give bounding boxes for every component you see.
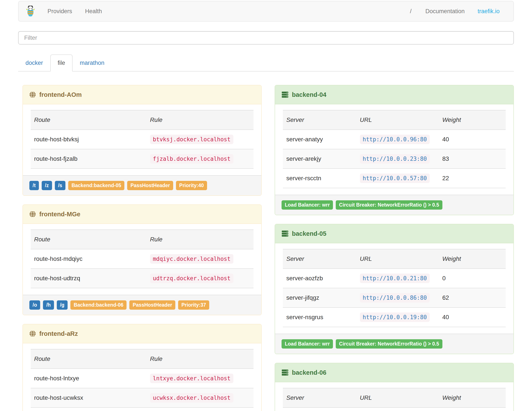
server-row: server-aozfzbhttp://10.0.0.21:800 xyxy=(283,269,506,288)
tab-file[interactable]: file xyxy=(50,54,73,71)
servers-table: ServerURLWeightserver-anatyyhttp://10.0.… xyxy=(283,110,506,188)
load-balancer-badge: Load Balancer: wrr xyxy=(282,339,333,349)
rule-code: mdqiyc.docker.localhost xyxy=(150,254,233,264)
server-url-cell: http://10.0.0.18:80 xyxy=(356,408,439,411)
routes-table: RouteRuleroute-host-btvksjbtvksj.docker.… xyxy=(31,110,254,169)
rule-cell: udtrzq.docker.localhost xyxy=(147,269,254,288)
server-row: server-arekjyhttp://10.0.0.23:8083 xyxy=(283,149,506,168)
panel-title: backend-06 xyxy=(292,369,326,376)
frontend-card-heading: frontend-AOm xyxy=(23,85,261,104)
server-row: server-jifqgzhttp://10.0.0.86:8062 xyxy=(283,288,506,307)
nav-link-providers[interactable]: Providers xyxy=(41,8,79,15)
frontend-card: frontend-AOmRouteRuleroute-host-btvksjbt… xyxy=(22,85,262,196)
backend-card-footer: Load Balancer: wrrCircuit Breaker: Netwo… xyxy=(275,334,513,354)
server-url-cell: http://10.0.0.21:80 xyxy=(356,269,439,288)
route-path-badge: /t xyxy=(29,181,39,190)
frontend-card-heading: frontend-aRz xyxy=(23,324,261,343)
table-header-row: RouteRule xyxy=(31,349,254,369)
backend-card-body: ServerURLWeightserver-opbuophttp://10.0.… xyxy=(275,382,513,411)
circuit-breaker-badge: Circuit Breaker: NetworkErrorRatio () > … xyxy=(336,339,442,349)
nav-link-documentation[interactable]: Documentation xyxy=(419,8,471,15)
frontends-column: frontend-AOmRouteRuleroute-host-btvksjbt… xyxy=(22,85,262,411)
server-name-cell: server-jifqgz xyxy=(283,288,356,307)
nav-link-traefik-io[interactable]: traefik.io xyxy=(471,8,506,15)
server-icon xyxy=(282,230,288,237)
server-url-link[interactable]: http://10.0.0.96:80 xyxy=(360,135,430,144)
routes-table: RouteRuleroute-host-lntxyelntxye.docker.… xyxy=(31,349,254,408)
rule-cell: mdqiyc.docker.localhost xyxy=(147,249,254,269)
column-header: Server xyxy=(283,388,356,408)
server-row: server-nsgrushttp://10.0.0.19:8040 xyxy=(283,307,506,327)
weight-cell: 40 xyxy=(439,307,506,327)
table-header-row: ServerURLWeight xyxy=(283,110,506,130)
server-url-cell: http://10.0.0.86:80 xyxy=(356,288,439,307)
route-path-badge: /z xyxy=(42,181,52,190)
filter-bar xyxy=(18,31,514,45)
servers-table: ServerURLWeightserver-opbuophttp://10.0.… xyxy=(283,388,506,411)
column-header: Rule xyxy=(147,349,254,369)
traefik-dashboard: Providers Health / Documentation traefik… xyxy=(0,0,532,411)
server-url-link[interactable]: http://10.0.0.57:80 xyxy=(360,174,430,183)
server-url-link[interactable]: http://10.0.0.21:80 xyxy=(360,274,430,283)
server-url-link[interactable]: http://10.0.0.23:80 xyxy=(360,154,430,164)
backend-card: backend-04ServerURLWeightserver-anatyyht… xyxy=(275,85,514,215)
rule-cell: ucwksx.docker.localhost xyxy=(147,388,254,408)
frontend-card-body: RouteRuleroute-host-lntxyelntxye.docker.… xyxy=(23,343,261,411)
panel-title: backend-04 xyxy=(292,91,326,98)
globe-icon xyxy=(29,211,36,217)
backend-card-footer: Load Balancer: wrrCircuit Breaker: Netwo… xyxy=(275,195,513,215)
column-header: Rule xyxy=(147,230,254,249)
frontend-card: frontend-aRzRouteRuleroute-host-lntxyeln… xyxy=(22,324,262,411)
column-header: Route xyxy=(31,230,147,249)
nav-link-health[interactable]: Health xyxy=(79,8,108,15)
panel-title: frontend-MGe xyxy=(39,211,80,218)
route-path-badge: /o xyxy=(29,300,40,310)
rule-cell: btvksj.docker.localhost xyxy=(147,130,254,149)
globe-icon xyxy=(29,91,36,98)
panel-title: frontend-AOm xyxy=(39,91,82,98)
backend-card: backend-05ServerURLWeightserver-aozfzbht… xyxy=(275,224,514,354)
nav-separator: / xyxy=(403,8,419,15)
routes-table: RouteRuleroute-host-mdqiycmdqiyc.docker.… xyxy=(31,229,254,288)
rule-code: fjzalb.docker.localhost xyxy=(150,154,233,164)
frontend-card-body: RouteRuleroute-host-mdqiycmdqiyc.docker.… xyxy=(23,224,261,295)
frontend-card: frontend-MGeRouteRuleroute-host-mdqiycmd… xyxy=(22,205,262,315)
column-header: Weight xyxy=(439,388,506,408)
filter-input[interactable] xyxy=(18,31,514,45)
frontend-card-footer: /t/z/sBackend:backend-05PassHostHeaderPr… xyxy=(23,175,261,195)
cards-row: frontend-AOmRouteRuleroute-host-btvksjbt… xyxy=(18,85,514,411)
server-name-cell: server-anatyy xyxy=(283,130,356,149)
server-url-link[interactable]: http://10.0.0.86:80 xyxy=(360,293,430,303)
backend-card-heading: backend-05 xyxy=(275,224,513,243)
servers-table: ServerURLWeightserver-aozfzbhttp://10.0.… xyxy=(283,249,506,327)
frontend-card-heading: frontend-MGe xyxy=(23,205,261,224)
column-header: Weight xyxy=(439,110,506,130)
server-name-cell: server-rscctn xyxy=(283,168,356,188)
frontend-card-footer: /o/h/gBackend:backend-06PassHostHeaderPr… xyxy=(23,295,261,315)
table-header-row: RouteRule xyxy=(31,110,254,130)
column-header: URL xyxy=(356,249,439,269)
backend-card-heading: backend-04 xyxy=(275,85,513,104)
server-icon xyxy=(282,91,288,98)
server-name-cell: server-nsgrus xyxy=(283,307,356,327)
weight-cell: 40 xyxy=(439,130,506,149)
rule-code: lntxye.docker.localhost xyxy=(150,374,233,383)
route-row: route-host-ucwksxucwksx.docker.localhost xyxy=(31,388,254,408)
route-row: route-host-lntxyelntxye.docker.localhost xyxy=(31,369,254,388)
server-url-link[interactable]: http://10.0.0.19:80 xyxy=(360,313,430,322)
server-name-cell: server-arekjy xyxy=(283,149,356,168)
route-name-cell: route-host-btvksj xyxy=(31,130,147,149)
tab-docker[interactable]: docker xyxy=(18,54,50,71)
backend-ref-badge: Backend:backend-06 xyxy=(70,300,126,310)
table-header-row: RouteRule xyxy=(31,230,254,249)
server-url-cell: http://10.0.0.57:80 xyxy=(356,168,439,188)
server-url-cell: http://10.0.0.19:80 xyxy=(356,307,439,327)
backend-card-heading: backend-06 xyxy=(275,363,513,382)
priority-badge: Priority:37 xyxy=(178,300,209,310)
load-balancer-badge: Load Balancer: wrr xyxy=(282,200,333,210)
tab-marathon[interactable]: marathon xyxy=(73,54,112,71)
circuit-breaker-badge: Circuit Breaker: NetworkErrorRatio () > … xyxy=(336,200,442,210)
panel-title: frontend-aRz xyxy=(39,330,78,337)
rule-cell: lntxye.docker.localhost xyxy=(147,369,254,388)
route-row: route-host-mdqiycmdqiyc.docker.localhost xyxy=(31,249,254,269)
